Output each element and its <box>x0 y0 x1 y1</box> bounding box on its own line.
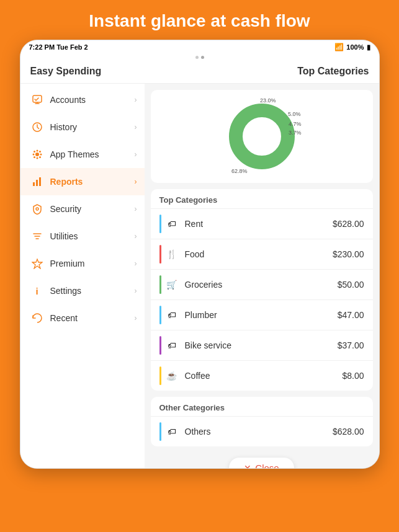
table-row: 🛒 Groceries $50.00 <box>151 269 373 299</box>
svg-text:23.0%: 23.0% <box>260 97 276 104</box>
category-amount: $8.00 <box>342 371 364 381</box>
close-button[interactable]: ✕ Close <box>229 458 294 468</box>
top-categories-section: Top Categories 🏷 Rent $628.00 🍴 Food $23… <box>151 189 373 391</box>
table-row: 🏷 Others $628.00 <box>151 416 373 446</box>
utilities-chevron: › <box>135 232 137 241</box>
svg-rect-13 <box>39 177 41 186</box>
table-row: 🏷 Rent $628.00 <box>151 208 373 239</box>
category-color-bar <box>159 422 161 441</box>
food-icon: 🍴 <box>165 247 179 261</box>
plumber-icon: 🏷 <box>165 308 179 322</box>
recent-chevron: › <box>135 314 137 322</box>
sidebar-item-history[interactable]: History › <box>20 113 145 141</box>
category-amount: $628.00 <box>333 427 364 437</box>
svg-text:62.8%: 62.8% <box>231 168 248 174</box>
app-themes-label: App Themes <box>50 149 135 159</box>
app-title: Easy Spending <box>30 66 102 77</box>
svg-point-4 <box>36 157 38 159</box>
category-amount: $47.00 <box>338 310 364 320</box>
svg-point-5 <box>32 154 34 156</box>
sidebar-item-premium[interactable]: Premium › <box>20 250 145 277</box>
coffee-icon: ☕ <box>165 369 179 383</box>
sidebar-item-app-themes[interactable]: App Themes › <box>20 141 145 168</box>
others-icon: 🏷 <box>165 425 179 438</box>
security-label: Security <box>50 204 135 214</box>
svg-point-7 <box>34 151 35 153</box>
accounts-icon <box>30 93 44 107</box>
reports-label: Reports <box>50 177 135 187</box>
reports-icon <box>30 175 44 188</box>
category-color-bar <box>159 366 161 385</box>
dots-row <box>20 54 379 61</box>
dot-2 <box>201 56 204 59</box>
history-label: History <box>50 122 135 132</box>
donut-svg: 23.0% 5.0% 4.7% 3.7% 62.8% <box>222 96 302 177</box>
page-header: Instant glance at cash flow <box>0 0 399 40</box>
svg-text:4.7%: 4.7% <box>289 121 302 127</box>
svg-text:5.0%: 5.0% <box>288 111 301 117</box>
right-panel: 23.0% 5.0% 4.7% 3.7% 62.8% Top Categorie… <box>145 84 379 468</box>
rent-icon: 🏷 <box>165 217 179 231</box>
category-color-bar <box>159 245 161 264</box>
device: 7:22 PM Tue Feb 2 📶 100% ▮ Easy Spending… <box>20 40 380 469</box>
category-amount: $50.00 <box>338 280 364 290</box>
sidebar-item-recent[interactable]: Recent › <box>20 304 145 332</box>
sidebar-item-utilities[interactable]: Utilities › <box>20 223 145 250</box>
page-wrapper: Instant glance at cash flow 7:22 PM Tue … <box>0 0 399 469</box>
other-categories-section: Other Categories 🏷 Others $628.00 <box>151 397 373 446</box>
accounts-label: Accounts <box>50 95 135 105</box>
security-chevron: › <box>135 205 137 213</box>
sidebar-item-accounts[interactable]: Accounts › <box>20 86 145 113</box>
category-name: Others <box>185 427 333 437</box>
page-title: Instant glance at cash flow <box>0 0 399 40</box>
bike-service-icon: 🏷 <box>165 339 179 352</box>
category-amount: $628.00 <box>333 219 364 229</box>
settings-label: Settings <box>50 286 135 296</box>
battery-label: 100% <box>346 43 364 51</box>
recent-label: Recent <box>50 313 135 323</box>
category-name: Plumber <box>185 310 338 320</box>
svg-marker-18 <box>32 259 42 268</box>
table-row: 🍴 Food $230.00 <box>151 239 373 269</box>
category-name: Groceries <box>185 280 338 290</box>
svg-point-24 <box>243 118 280 155</box>
history-icon <box>30 120 44 134</box>
category-name: Bike service <box>185 340 338 350</box>
app-themes-chevron: › <box>135 150 137 159</box>
settings-icon: i <box>30 284 44 298</box>
groceries-icon: 🛒 <box>165 278 179 291</box>
close-x-icon: ✕ <box>244 463 251 469</box>
category-amount: $230.00 <box>333 249 364 259</box>
settings-chevron: › <box>135 286 137 295</box>
premium-icon <box>30 257 44 270</box>
svg-point-14 <box>36 208 38 210</box>
category-color-bar <box>159 215 161 233</box>
table-row: 🏷 Bike service $37.00 <box>151 330 373 360</box>
svg-point-10 <box>34 156 35 158</box>
table-row: 🏷 Plumber $47.00 <box>151 299 373 330</box>
app-header: Easy Spending Top Categories <box>20 61 379 84</box>
category-color-bar <box>159 336 161 355</box>
svg-point-8 <box>39 156 41 158</box>
premium-label: Premium <box>50 259 135 268</box>
sidebar-item-settings[interactable]: i Settings › <box>20 277 145 304</box>
sidebar-item-reports[interactable]: Reports › <box>20 168 145 195</box>
svg-point-9 <box>39 151 41 153</box>
svg-point-3 <box>36 150 38 152</box>
top-categories-section-title: Top Categories <box>151 189 373 208</box>
close-button-row: ✕ Close <box>151 453 373 468</box>
top-categories-heading: Top Categories <box>297 66 369 77</box>
table-row: ☕ Coffee $8.00 <box>151 360 373 391</box>
svg-text:3.7%: 3.7% <box>289 130 302 136</box>
history-chevron: › <box>135 123 137 131</box>
category-amount: $37.00 <box>338 340 364 350</box>
category-color-bar <box>159 306 161 324</box>
donut-container: 23.0% 5.0% 4.7% 3.7% 62.8% <box>212 96 312 177</box>
premium-chevron: › <box>135 259 137 268</box>
sidebar-item-security[interactable]: Security › <box>20 195 145 223</box>
utilities-icon <box>30 229 44 243</box>
status-time: 7:22 PM Tue Feb 2 <box>29 43 88 51</box>
svg-point-6 <box>40 154 42 156</box>
svg-rect-11 <box>33 182 35 186</box>
category-name: Food <box>185 249 333 259</box>
